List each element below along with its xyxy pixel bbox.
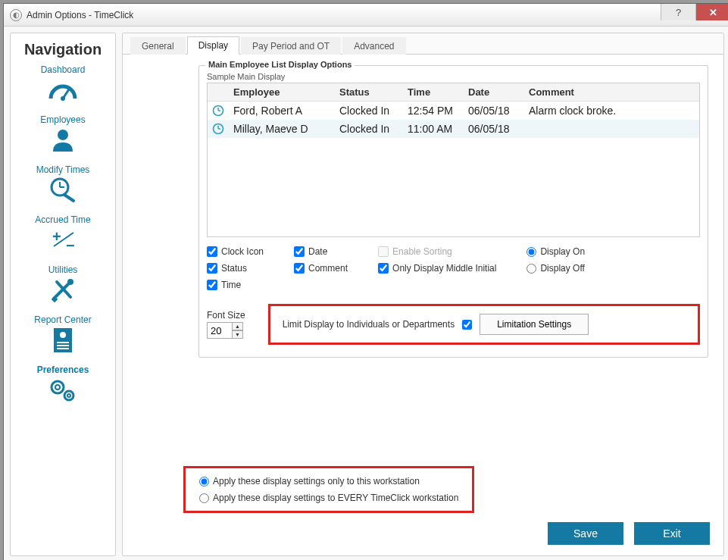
header-date[interactable]: Date (464, 83, 524, 101)
sidebar-item-label: Modify Times (14, 164, 112, 175)
cell-status: Clocked In (335, 120, 403, 138)
table-row[interactable]: Ford, Robert A Clocked In 12:54 PM 06/05… (208, 102, 699, 120)
check-status[interactable]: Status (207, 263, 264, 274)
radio-label: Display On (540, 246, 585, 257)
limit-checkbox[interactable] (462, 320, 472, 330)
plus-minus-icon: +− (46, 227, 80, 254)
tab-display[interactable]: Display (187, 36, 239, 55)
client-area: Navigation Dashboard Employees Modify Ti… (4, 27, 728, 560)
cell-employee: Ford, Robert A (229, 102, 335, 120)
radio-display-off[interactable]: Display Off (526, 263, 585, 274)
font-size-spinner[interactable]: ▲ ▼ (207, 322, 245, 339)
radio-label: Apply these display settings to EVERY Ti… (213, 493, 458, 503)
check-label: Date (308, 246, 327, 257)
svg-text:−: − (66, 237, 75, 252)
limit-display-box: Limit Display to Individuals or Departme… (268, 304, 700, 345)
radio-apply-this-workstation[interactable]: Apply these display settings only to thi… (199, 476, 458, 486)
radio-display-on[interactable]: Display On (526, 246, 585, 257)
help-button[interactable]: ? (661, 4, 695, 20)
header-time[interactable]: Time (403, 83, 464, 101)
limit-label: Limit Display to Individuals or Departme… (283, 319, 455, 330)
check-label: Status (221, 263, 247, 274)
cell-comment: Alarm clock broke. (524, 102, 699, 120)
radio-label: Display Off (540, 263, 584, 274)
table-row[interactable]: Millay, Maeve D Clocked In 11:00 AM 06/0… (208, 120, 699, 138)
tab-pay-period[interactable]: Pay Period and OT (241, 37, 341, 55)
main-panel: General Display Pay Period and OT Advanc… (122, 33, 724, 556)
header-status[interactable]: Status (335, 83, 403, 101)
check-clock-icon[interactable]: Clock Icon (207, 246, 264, 257)
tab-bar: General Display Pay Period and OT Advanc… (123, 33, 723, 55)
sidebar-item-employees[interactable]: Employees (14, 114, 112, 154)
titlebar: ◐ Admin Options - TimeClick ? ✕ (4, 4, 728, 27)
sample-table: Employee Status Time Date Comment Ford, … (207, 83, 700, 237)
font-size-input[interactable] (207, 322, 233, 339)
display-checks: Clock Icon Status Time Date Comment Enab… (207, 246, 700, 290)
spinner-down-icon[interactable]: ▼ (233, 330, 243, 339)
svg-rect-15 (57, 348, 69, 349)
svg-point-9 (67, 279, 73, 285)
svg-rect-14 (57, 345, 69, 346)
sidebar-item-dashboard[interactable]: Dashboard (14, 64, 112, 104)
sidebar-item-modify-times[interactable]: Modify Times (14, 164, 112, 204)
exit-button[interactable]: Exit (634, 522, 710, 545)
app-icon: ◐ (10, 9, 22, 21)
font-limit-row: Font Size ▲ ▼ Limit Display to Individua… (207, 304, 700, 345)
sample-label: Sample Main Display (207, 72, 700, 81)
check-comment[interactable]: Comment (294, 263, 348, 274)
cell-date: 06/05/18 (464, 120, 524, 138)
display-options-group: Main Employee List Display Options Sampl… (198, 65, 708, 358)
table-body: Ford, Robert A Clocked In 12:54 PM 06/05… (208, 102, 699, 236)
sidebar-item-label: Report Center (14, 314, 112, 325)
svg-point-16 (52, 381, 64, 393)
gauge-icon (46, 77, 80, 104)
clock-icon (208, 102, 229, 120)
window-controls: ? ✕ (661, 4, 728, 20)
close-button[interactable]: ✕ (695, 4, 728, 20)
limitation-settings-button[interactable]: Limitation Settings (480, 314, 589, 335)
font-size-label: Font Size (207, 310, 245, 321)
clock-wrench-icon (46, 177, 80, 204)
clock-icon (208, 120, 229, 138)
tools-icon (46, 277, 80, 304)
radio-apply-every-workstation[interactable]: Apply these display settings to EVERY Ti… (199, 493, 458, 503)
sidebar-item-label: Utilities (14, 264, 112, 275)
header-employee[interactable]: Employee (229, 83, 335, 101)
check-label: Comment (308, 263, 348, 274)
header-comment[interactable]: Comment (524, 83, 699, 101)
footer-buttons: Save Exit (548, 522, 710, 545)
save-button[interactable]: Save (548, 522, 623, 545)
cell-employee: Millay, Maeve D (229, 120, 335, 138)
sidebar-item-accrued-time[interactable]: Accrued Time +− (14, 214, 112, 254)
check-time[interactable]: Time (207, 280, 264, 290)
tab-advanced[interactable]: Advanced (342, 37, 405, 55)
radio-label: Apply these display settings only to thi… (213, 476, 420, 486)
check-date[interactable]: Date (294, 246, 348, 257)
svg-point-18 (64, 391, 73, 400)
check-label: Time (221, 280, 241, 290)
cell-status: Clocked In (335, 102, 403, 120)
navigation-heading: Navigation (14, 41, 112, 58)
font-size-control: Font Size ▲ ▼ (207, 310, 245, 339)
sidebar-item-label: Dashboard (14, 64, 112, 75)
admin-options-window: ◐ Admin Options - TimeClick ? ✕ Navigati… (3, 3, 728, 560)
tab-general[interactable]: General (130, 37, 186, 55)
sidebar-item-utilities[interactable]: Utilities (14, 264, 112, 304)
check-only-middle-initial[interactable]: Only Display Middle Initial (378, 263, 496, 274)
check-enable-sorting: Enable Sorting (378, 246, 496, 257)
sidebar-item-preferences[interactable]: Preferences (14, 364, 112, 404)
apply-settings-box: Apply these display settings only to thi… (183, 466, 474, 513)
sidebar-item-label: Preferences (14, 364, 112, 375)
cell-time: 12:54 PM (403, 102, 464, 120)
cell-time: 11:00 AM (403, 120, 464, 138)
sidebar-item-label: Accrued Time (14, 214, 112, 225)
svg-point-17 (55, 385, 60, 389)
sidebar-item-label: Employees (14, 114, 112, 125)
sidebar-item-report-center[interactable]: Report Center (14, 314, 112, 354)
svg-point-1 (61, 96, 65, 101)
check-label: Clock Icon (221, 246, 264, 257)
table-header-row: Employee Status Time Date Comment (208, 83, 699, 102)
svg-point-19 (67, 394, 70, 397)
spinner-up-icon[interactable]: ▲ (233, 322, 243, 330)
header-icon (208, 83, 229, 101)
